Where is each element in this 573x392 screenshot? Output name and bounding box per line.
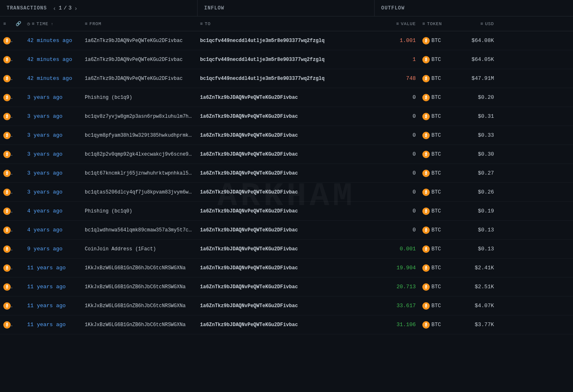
table-row[interactable]: ₿42 minutes ago1a6ZnTkz9bJDAQNvPeQWTeKGu… bbox=[0, 50, 573, 69]
next-page-button[interactable]: › bbox=[73, 4, 79, 12]
col-usd-header[interactable]: USD bbox=[456, 21, 497, 26]
col-value-header[interactable]: VALUE bbox=[374, 21, 419, 26]
table-row[interactable]: ₿4 years agoPhishing (bc1q0)1a6ZnTkz9bJD… bbox=[0, 202, 573, 221]
row-to[interactable]: bc1qcfv449necddl4utlje3m5r8e903377wq2fzg… bbox=[197, 56, 374, 63]
token-btc-icon: ₿ bbox=[422, 75, 430, 82]
row-from[interactable]: 1a6ZnTkz9bJDAQNvPeQWTeKGu2DFivbac bbox=[82, 56, 197, 63]
col-token-header[interactable]: TOKEN bbox=[419, 21, 456, 26]
table-body: ₿42 minutes ago1a6ZnTkz9bJDAQNvPeQWTeKGu… bbox=[0, 31, 573, 334]
row-to[interactable]: 1a6ZnTkz9bJDAQNvPeQWTeKGu2DFivbac bbox=[197, 322, 374, 328]
row-btc-icon-cell: ₿ bbox=[0, 170, 12, 177]
row-from[interactable]: 1KkJxBzW6LG6B1GnZB6hJbC6tcNRSWGXNa bbox=[82, 322, 197, 328]
row-usd: $0.27 bbox=[456, 170, 497, 176]
table-row[interactable]: ₿11 years ago1KkJxBzW6LG6B1GnZB6hJbC6tcN… bbox=[0, 296, 573, 315]
time-value: 3 years ago bbox=[27, 170, 63, 176]
btc-icon: ₿ bbox=[3, 302, 11, 310]
row-from[interactable]: bc1qtas5206dlcy4qf7ju8kpvam83jvym6w9ez08… bbox=[82, 189, 197, 195]
row-usd: $3.77K bbox=[456, 322, 497, 328]
link-icon: 🔗 bbox=[16, 21, 22, 26]
value-number: 0 bbox=[412, 170, 416, 176]
value-number: 20.713 bbox=[396, 284, 416, 290]
row-value: 1.001 bbox=[374, 37, 419, 44]
table-row[interactable]: ₿3 years agobc1qt67kncmklrj65jznwhuhrktw… bbox=[0, 164, 573, 183]
btc-icon: ₿ bbox=[3, 56, 11, 63]
row-time: 11 years ago bbox=[24, 303, 82, 309]
usd-value: $4.07K bbox=[475, 303, 494, 309]
row-to[interactable]: 1a6ZnTkz9bJDAQNvPeQWTeKGu2DFivbac bbox=[197, 132, 374, 138]
time-value: 3 years ago bbox=[27, 113, 63, 119]
usd-value: $0.33 bbox=[478, 132, 494, 138]
token-col-label: TOKEN bbox=[427, 21, 442, 26]
row-to[interactable]: 1a6ZnTkz9bJDAQNvPeQWTeKGu2DFivbac bbox=[197, 113, 374, 119]
row-to[interactable]: 1a6ZnTkz9bJDAQNvPeQWTeKGu2DFivbac bbox=[197, 303, 374, 309]
row-to[interactable]: 1a6ZnTkz9bJDAQNvPeQWTeKGu2DFivbac bbox=[197, 284, 374, 290]
row-from[interactable]: bc1qt67kncmklrj65jznwhuhrktwpnhkal50mlf5… bbox=[82, 170, 197, 176]
btc-icon: ₿ bbox=[3, 132, 11, 139]
row-from[interactable]: 1KkJxBzW6LG6B1GnZB6hJbC6tcNRSWGXNa bbox=[82, 265, 197, 271]
row-from[interactable]: 1a6ZnTkz9bJDAQNvPeQWTeKGu2DFivbac bbox=[82, 75, 197, 82]
row-usd: $0.20 bbox=[456, 94, 497, 100]
table-row[interactable]: ₿11 years ago1KkJxBzW6LG6B1GnZB6hJbC6tcN… bbox=[0, 278, 573, 296]
row-from[interactable]: bc1qym8pfyam38hl9w329t385hwkudhprmkpjhrq… bbox=[82, 132, 197, 138]
row-to[interactable]: 1a6ZnTkz9bJDAQNvPeQWTeKGu2DFivbac bbox=[197, 227, 374, 233]
col-to-header[interactable]: TO bbox=[197, 21, 374, 26]
from-col-label: FROM bbox=[89, 21, 101, 26]
value-col-label: VALUE bbox=[401, 21, 416, 26]
row-to[interactable]: bc1qcfv449necddl4utlje3m5r8e903377wq2fzg… bbox=[197, 37, 374, 44]
row-to[interactable]: 1a6ZnTkz9bJDAQNvPeQWTeKGu2DFivbac bbox=[197, 265, 374, 271]
row-from[interactable]: 1a6ZnTkz9bJDAQNvPeQWTeKGu2DFivbac bbox=[82, 37, 197, 44]
usd-value: $64.05K bbox=[471, 56, 494, 63]
row-to[interactable]: bc1qcfv449necddl4utlje3m5r8e903377wq2fzg… bbox=[197, 75, 374, 82]
row-from[interactable]: bc1qlwdhnwa564lqmk89cmaw357a3my5t7cpvm0l… bbox=[82, 227, 197, 233]
token-btc-icon: ₿ bbox=[422, 302, 430, 310]
token-btc-icon: ₿ bbox=[422, 226, 430, 234]
token-btc-icon: ₿ bbox=[422, 208, 430, 215]
row-to[interactable]: 1a6ZnTkz9bJDAQNvPeQWTeKGu2DFivbac bbox=[197, 94, 374, 100]
row-to[interactable]: 1a6ZnTkz9bJDAQNvPeQWTeKGu2DFivbac bbox=[197, 189, 374, 195]
token-label: BTC bbox=[431, 265, 441, 271]
table-row[interactable]: ₿3 years agobc1qym8pfyam38hl9w329t385hwk… bbox=[0, 126, 573, 145]
row-from[interactable]: 1KkJxBzW6LG6B1GnZB6hJbC6tcNRSWGXNa bbox=[82, 303, 197, 309]
table-row[interactable]: ₿3 years agobc1qtas5206dlcy4qf7ju8kpvam8… bbox=[0, 183, 573, 202]
row-from[interactable]: bc1q82p2v0qmp92gk4lxecwakcj9v6scne979wtv… bbox=[82, 151, 197, 157]
table-row[interactable]: ₿3 years agoPhishing (bc1q9)1a6ZnTkz9bJD… bbox=[0, 88, 573, 107]
row-to[interactable]: 1a6ZnTkz9bJDAQNvPeQWTeKGu2DFivbac bbox=[197, 170, 374, 176]
col-from-header[interactable]: FROM bbox=[82, 21, 197, 26]
table-row[interactable]: ₿42 minutes ago1a6ZnTkz9bJDAQNvPeQWTeKGu… bbox=[0, 69, 573, 88]
row-from[interactable]: Phishing (bc1q9) bbox=[82, 94, 197, 100]
row-value: 33.617 bbox=[374, 303, 419, 309]
btc-icon: ₿ bbox=[3, 113, 11, 120]
value-number: 748 bbox=[406, 75, 416, 82]
clock-icon: ◷ bbox=[27, 21, 30, 26]
table-row[interactable]: ₿4 years agobc1qlwdhnwa564lqmk89cmaw357a… bbox=[0, 221, 573, 240]
table-row[interactable]: ₿11 years ago1KkJxBzW6LG6B1GnZB6hJbC6tcN… bbox=[0, 259, 573, 278]
row-to[interactable]: 1a6ZnTkz9bJDAQNvPeQWTeKGu2DFivbac bbox=[197, 151, 374, 157]
row-btc-icon-cell: ₿ bbox=[0, 132, 12, 139]
to-value: 1a6ZnTkz9bJDAQNvPeQWTeKGu2DFivbac bbox=[200, 246, 298, 252]
row-value: 31.106 bbox=[374, 322, 419, 328]
column-headers: 🔗 ◷ TIME FROM TO VALUE TOKEN USD bbox=[0, 16, 573, 31]
table-row[interactable]: ₿3 years agobc1qv8z7yvjw8gm2p3asn6rpw8xl… bbox=[0, 107, 573, 126]
value-number: 0 bbox=[412, 227, 416, 233]
table-row[interactable]: ₿9 years agoCoinJoin Address (1Fact)1a6Z… bbox=[0, 240, 573, 259]
table-row[interactable]: ₿3 years agobc1q82p2v0qmp92gk4lxecwakcj9… bbox=[0, 145, 573, 164]
token-label: BTC bbox=[431, 94, 441, 100]
col-time-header[interactable]: ◷ TIME bbox=[24, 21, 82, 26]
from-value: bc1qlwdhnwa564lqmk89cmaw357a3my5t7cpvm0l… bbox=[85, 227, 197, 233]
row-from[interactable]: Phishing (bc1q0) bbox=[82, 208, 197, 214]
usd-value: $0.13 bbox=[478, 246, 494, 252]
row-from[interactable]: 1KkJxBzW6LG6B1GnZB6hJbC6tcNRSWGXNa bbox=[82, 284, 197, 290]
time-value: 42 minutes ago bbox=[27, 75, 72, 82]
value-number: 0.001 bbox=[400, 246, 416, 252]
usd-value: $0.20 bbox=[478, 94, 494, 100]
row-time: 3 years ago bbox=[24, 132, 82, 138]
row-to[interactable]: 1a6ZnTkz9bJDAQNvPeQWTeKGu2DFivbac bbox=[197, 246, 374, 252]
row-from[interactable]: bc1qv8z7yvjw8gm2p3asn6rpw8xluhulm7h76a4g… bbox=[82, 113, 197, 119]
row-to[interactable]: 1a6ZnTkz9bJDAQNvPeQWTeKGu2DFivbac bbox=[197, 208, 374, 214]
prev-page-button[interactable]: ‹ bbox=[52, 4, 57, 12]
time-value: 42 minutes ago bbox=[27, 37, 72, 44]
table-row[interactable]: ₿11 years ago1KkJxBzW6LG6B1GnZB6hJbC6tcN… bbox=[0, 315, 573, 334]
row-from[interactable]: CoinJoin Address (1Fact) bbox=[82, 246, 197, 252]
usd-value: $47.91M bbox=[471, 75, 494, 82]
table-row[interactable]: ₿42 minutes ago1a6ZnTkz9bJDAQNvPeQWTeKGu… bbox=[0, 31, 573, 50]
